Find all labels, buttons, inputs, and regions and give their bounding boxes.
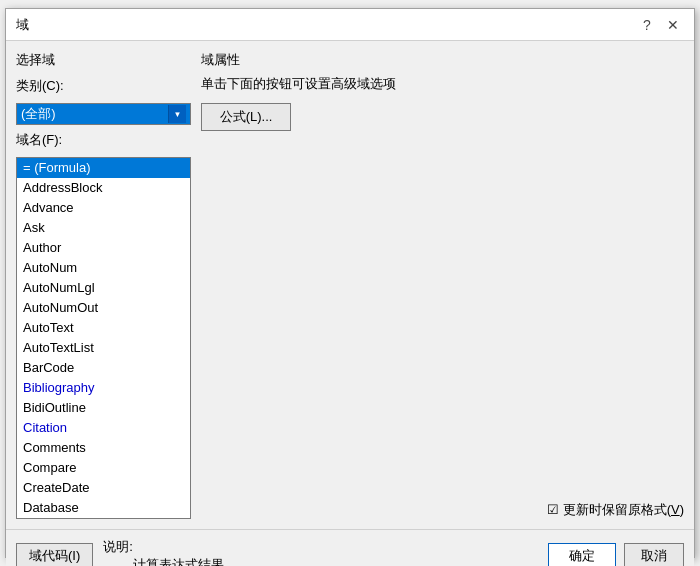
list-item[interactable]: BidiOutline [17,398,190,418]
list-item[interactable]: Compare [17,458,190,478]
category-combobox[interactable]: (全部) ▼ [16,103,191,125]
footer-buttons: 确定 取消 [548,543,684,566]
category-arrow-icon: ▼ [168,105,186,123]
list-item[interactable]: AutoText [17,318,190,338]
dialog-body: 选择域 类别(C): (全部) ▼ 域名(F): = (Formula)Addr… [6,41,694,529]
close-button[interactable]: ✕ [662,14,684,36]
footer-left-area: 域代码(I) [16,543,93,566]
list-item[interactable]: Author [17,238,190,258]
left-panel: 选择域 类别(C): (全部) ▼ 域名(F): = (Formula)Addr… [16,51,191,519]
description-area: 说明: 计算表达式结果 [93,538,548,566]
list-item[interactable]: AutoNum [17,258,190,278]
title-bar: 域 ? ✕ [6,9,694,41]
description-content: 计算表达式结果 [103,556,548,566]
dialog-window: 域 ? ✕ 选择域 类别(C): (全部) ▼ 域名(F): = (Formul… [5,8,695,558]
list-item[interactable]: AutoTextList [17,338,190,358]
preserve-format-row: ☑ 更新时保留原格式(V) [547,501,684,519]
field-listbox[interactable]: = (Formula)AddressBlockAdvanceAskAuthorA… [16,157,191,519]
field-properties-title: 域属性 [201,51,684,69]
category-label: 类别(C): [16,77,191,95]
cancel-button[interactable]: 取消 [624,543,684,566]
ok-button[interactable]: 确定 [548,543,616,566]
preserve-format-label: ☑ 更新时保留原格式(V) [547,501,684,519]
description-title: 说明: [103,538,548,556]
list-item[interactable]: AutoNumLgl [17,278,190,298]
list-item[interactable]: BarCode [17,358,190,378]
field-properties-description: 单击下面的按钮可设置高级域选项 [201,75,684,93]
list-item[interactable]: Comments [17,438,190,458]
list-item[interactable]: AddressBlock [17,178,190,198]
right-panel: 域属性 单击下面的按钮可设置高级域选项 公式(L)... ☑ 更新时保留原格式(… [201,51,684,519]
list-item[interactable]: AutoNumOut [17,298,190,318]
list-item[interactable]: = (Formula) [17,158,190,178]
help-button[interactable]: ? [636,14,658,36]
category-select-row: (全部) ▼ [16,103,191,125]
domain-code-button[interactable]: 域代码(I) [16,543,93,566]
list-item[interactable]: Advance [17,198,190,218]
list-item[interactable]: Bibliography [17,378,190,398]
category-selected-value: (全部) [21,105,56,123]
dialog-title: 域 [16,16,29,34]
list-item[interactable]: CreateDate [17,478,190,498]
select-domain-label: 选择域 [16,51,191,69]
description-group: 说明: 计算表达式结果 [103,538,548,566]
list-item[interactable]: Citation [17,418,190,438]
right-bottom-area: ☑ 更新时保留原格式(V) [201,501,684,519]
list-item[interactable]: Ask [17,218,190,238]
dialog-footer: 域代码(I) 说明: 计算表达式结果 确定 取消 [6,529,694,566]
formula-button[interactable]: 公式(L)... [201,103,291,131]
field-name-label: 域名(F): [16,131,191,149]
list-item[interactable]: Database [17,498,190,518]
